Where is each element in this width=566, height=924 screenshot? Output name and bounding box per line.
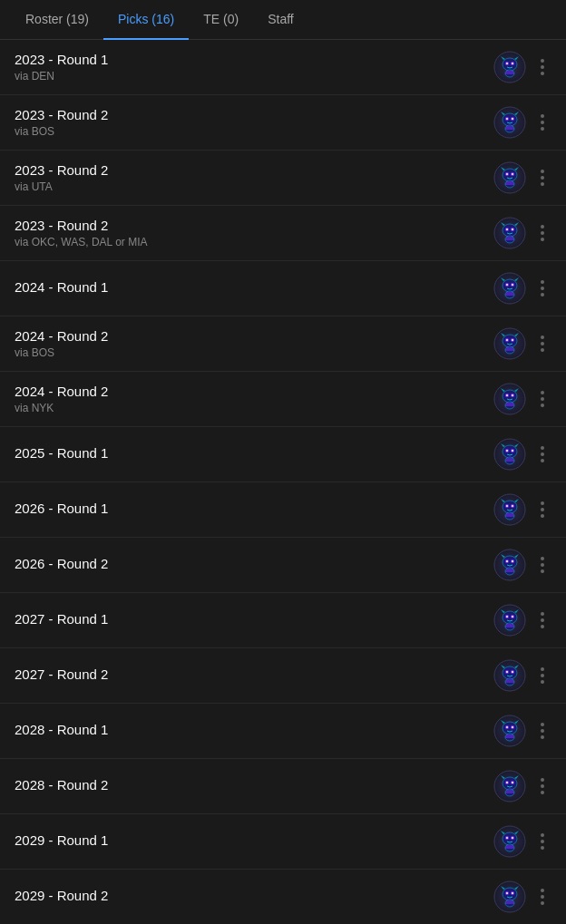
svg-point-7	[512, 63, 513, 64]
more-options-button[interactable]	[533, 53, 551, 81]
svg-point-29	[512, 173, 513, 175]
pick-row: 2024 - Round 2via NYK	[0, 372, 566, 427]
svg-point-12	[503, 113, 517, 126]
pick-row: 2023 - Round 2via BOS	[0, 95, 566, 151]
svg-point-95	[512, 505, 513, 507]
pick-title: 2024 - Round 2	[15, 384, 493, 399]
svg-point-122	[503, 666, 517, 679]
svg-point-34	[503, 224, 517, 237]
pick-title: 2024 - Round 2	[15, 328, 493, 344]
svg-point-128	[512, 671, 513, 673]
pick-info: 2028 - Round 2	[15, 777, 493, 795]
team-logo	[493, 106, 526, 139]
more-options-button[interactable]	[533, 330, 551, 357]
picks-list: 2023 - Round 1via DEN	[0, 40, 566, 924]
svg-point-62	[512, 339, 513, 341]
pick-actions	[493, 715, 551, 747]
more-options-button[interactable]	[533, 662, 551, 689]
svg-point-67	[503, 390, 517, 403]
pick-info: 2028 - Round 1	[15, 722, 493, 740]
tab-picks[interactable]: Picks (16)	[103, 0, 189, 40]
more-options-button[interactable]	[533, 385, 551, 413]
more-options-button[interactable]	[533, 219, 551, 247]
pick-row: 2027 - Round 1	[0, 593, 566, 648]
more-options-button[interactable]	[533, 773, 551, 800]
pick-row: 2024 - Round 1	[0, 261, 566, 316]
pick-row: 2029 - Round 2	[0, 870, 566, 924]
svg-point-172	[512, 892, 513, 894]
pick-via: via NYK	[15, 402, 493, 414]
pick-title: 2027 - Round 1	[15, 611, 493, 627]
pick-row: 2025 - Round 1	[0, 427, 566, 482]
svg-point-39	[506, 229, 508, 230]
team-logo	[493, 51, 526, 83]
svg-point-166	[503, 888, 517, 900]
svg-point-100	[503, 556, 517, 569]
pick-actions	[493, 604, 551, 637]
pick-title: 2026 - Round 2	[15, 556, 493, 571]
svg-point-83	[506, 450, 508, 452]
team-logo	[493, 438, 526, 471]
svg-point-23	[503, 169, 517, 181]
pick-title: 2029 - Round 1	[15, 832, 493, 848]
pick-info: 2029 - Round 1	[15, 832, 493, 851]
pick-actions	[493, 272, 551, 305]
tab-te[interactable]: TE (0)	[189, 0, 253, 40]
pick-title: 2023 - Round 2	[15, 218, 493, 233]
pick-info: 2029 - Round 2	[15, 888, 493, 906]
pick-title: 2024 - Round 1	[15, 279, 493, 295]
pick-row: 2028 - Round 1	[0, 704, 566, 759]
pick-info: 2026 - Round 2	[15, 556, 493, 574]
svg-point-45	[503, 279, 517, 292]
svg-point-171	[506, 892, 508, 894]
pick-via: via DEN	[15, 70, 493, 83]
more-options-button[interactable]	[533, 551, 551, 579]
team-logo	[493, 327, 526, 360]
pick-title: 2027 - Round 2	[15, 666, 493, 682]
more-options-button[interactable]	[533, 828, 551, 855]
more-options-button[interactable]	[533, 607, 551, 634]
svg-point-133	[503, 722, 517, 734]
more-options-button[interactable]	[533, 883, 551, 910]
more-options-button[interactable]	[533, 164, 551, 191]
pick-via: via BOS	[15, 346, 493, 359]
svg-point-160	[506, 837, 508, 839]
pick-title: 2026 - Round 1	[15, 501, 493, 516]
more-options-button[interactable]	[533, 109, 551, 136]
svg-point-116	[506, 616, 508, 618]
more-options-button[interactable]	[533, 717, 551, 744]
team-logo	[493, 272, 526, 305]
svg-point-117	[512, 616, 513, 618]
svg-point-94	[506, 505, 508, 507]
svg-point-18	[512, 118, 513, 120]
pick-row: 2023 - Round 1via DEN	[0, 40, 566, 95]
team-logo	[493, 549, 526, 581]
pick-title: 2029 - Round 2	[15, 888, 493, 903]
svg-point-72	[506, 394, 508, 396]
more-options-button[interactable]	[533, 496, 551, 523]
svg-point-78	[503, 445, 517, 458]
pick-info: 2027 - Round 2	[15, 666, 493, 685]
tab-roster[interactable]: Roster (19)	[11, 0, 103, 40]
pick-actions	[493, 659, 551, 692]
team-logo	[493, 825, 526, 858]
svg-point-28	[506, 173, 508, 175]
pick-title: 2023 - Round 1	[15, 52, 493, 67]
pick-title: 2028 - Round 1	[15, 722, 493, 737]
pick-actions	[493, 217, 551, 249]
more-options-button[interactable]	[533, 275, 551, 302]
pick-info: 2024 - Round 1	[15, 279, 493, 297]
pick-actions	[493, 825, 551, 858]
svg-point-139	[512, 726, 513, 728]
nav-tabs: Roster (19) Picks (16) TE (0) Staff	[0, 0, 566, 40]
svg-point-149	[506, 782, 508, 783]
tab-staff[interactable]: Staff	[253, 0, 308, 40]
svg-point-127	[506, 671, 508, 673]
pick-info: 2023 - Round 2via UTA	[15, 162, 493, 193]
svg-point-61	[506, 339, 508, 341]
pick-info: 2024 - Round 2via NYK	[15, 384, 493, 414]
svg-point-1	[503, 58, 517, 71]
pick-actions	[493, 880, 551, 913]
more-options-button[interactable]	[533, 441, 551, 468]
team-logo	[493, 493, 526, 526]
